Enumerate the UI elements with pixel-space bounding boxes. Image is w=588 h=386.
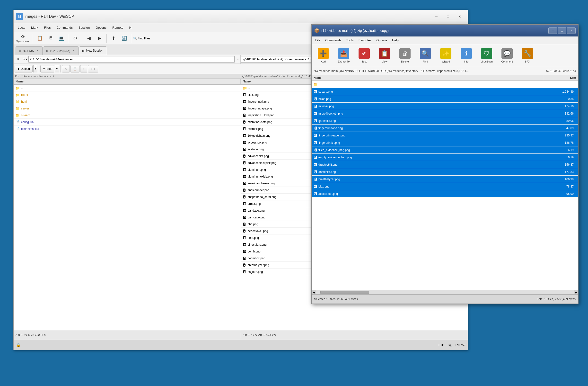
- rar-find-button[interactable]: 🔍 Find: [416, 46, 435, 65]
- winscp-minimize-button[interactable]: ─: [431, 13, 442, 21]
- list-item[interactable]: 📁 html: [14, 98, 241, 105]
- menu-options[interactable]: Options: [93, 25, 109, 30]
- winrar-menu-commands[interactable]: Commands: [323, 38, 344, 43]
- left-delete-button[interactable]: ✕: [62, 65, 70, 72]
- menu-files[interactable]: Files: [41, 25, 53, 30]
- upload-button[interactable]: ⬆ Upload: [15, 65, 33, 72]
- menu-local[interactable]: Local: [15, 25, 28, 30]
- winrar-maximize-button[interactable]: □: [558, 27, 566, 34]
- rar-info-button[interactable]: ℹ Info: [457, 46, 476, 65]
- tab-r14dev[interactable]: 🖥 R14 Dev ✕: [16, 46, 42, 55]
- tb-btn-4[interactable]: 💻: [56, 33, 66, 44]
- rar-virusscan-button[interactable]: 🛡 VirusScan: [477, 46, 496, 65]
- edit-left-dropdown-arrow[interactable]: ▼: [55, 65, 59, 72]
- list-item[interactable]: 📄 fxmanifest.lua: [14, 126, 241, 132]
- list-item[interactable]: 📁 server: [14, 105, 241, 112]
- tb-btn-nav-back[interactable]: ◀: [84, 33, 94, 44]
- tb-btn-5[interactable]: ⚙: [70, 33, 80, 44]
- image-icon: 🖼: [243, 263, 246, 267]
- list-item[interactable]: 🖼 drugtestkit.png 156,87: [312, 161, 578, 168]
- list-item[interactable]: 📁 ..: [312, 81, 578, 88]
- winrar-menu-options[interactable]: Options: [374, 38, 390, 43]
- list-item[interactable]: 📁 ..: [14, 85, 241, 91]
- image-icon: 🖼: [243, 113, 246, 117]
- tb-btn-refresh[interactable]: 🔄: [119, 33, 129, 44]
- info-label: Info: [464, 60, 468, 63]
- left-prop-button[interactable]: 📋: [70, 65, 80, 72]
- tab-r14dev-esx[interactable]: 🖥 R14 Dev (ESX) ✕: [43, 46, 79, 55]
- winrar-status-total: Total 15 files, 2,568,469 bytes: [537, 297, 576, 301]
- list-item[interactable]: 🖼 filled_evidence_bag.png 16,19: [312, 146, 578, 154]
- synchronize-button[interactable]: ⟳ Synchronize: [15, 33, 31, 44]
- image-icon: 🖼: [243, 209, 246, 213]
- local-icon-btn[interactable]: 🖥: [15, 54, 22, 65]
- winscp-title-bar: 🖥 images - R14 Dev - WinSCP ─ □ ✕: [14, 10, 468, 23]
- list-item[interactable]: 📄 config.lua: [14, 119, 241, 126]
- winscp-close-button[interactable]: ✕: [454, 13, 465, 21]
- winrar-menu-help[interactable]: Help: [390, 38, 401, 43]
- toolbar-separator-4: [106, 34, 107, 43]
- tab-new-session[interactable]: 🖥 New Session: [79, 46, 107, 55]
- list-item[interactable]: 📁 client: [14, 91, 241, 98]
- list-item[interactable]: 🖼 fingerprintreader.png 235,97: [312, 132, 578, 139]
- winrar-hscrollbar[interactable]: ◀ ▶: [312, 290, 578, 294]
- list-item[interactable]: 🖼 empty_evidence_bag.png 16,19: [312, 154, 578, 161]
- tab-r14dev-esx-close[interactable]: ✕: [72, 49, 75, 52]
- menu-help[interactable]: H: [126, 25, 134, 30]
- image-icon: 🖼: [243, 134, 246, 138]
- rar-extract-button[interactable]: 📤 Extract To: [334, 46, 354, 65]
- list-item[interactable]: 🖼 fingerprinttape.png 47,09: [312, 125, 578, 132]
- menu-mark[interactable]: Mark: [28, 25, 41, 30]
- winrar-menu-favorites[interactable]: Favorites: [356, 38, 374, 43]
- virusscan-label: VirusScan: [481, 60, 493, 63]
- edit-left-button[interactable]: ✏ Edit: [40, 65, 54, 72]
- menu-commands[interactable]: Commands: [53, 25, 75, 30]
- rar-add-button[interactable]: ➕ Add: [314, 46, 333, 65]
- left-address-input[interactable]: [28, 56, 234, 63]
- tb-btn-up[interactable]: ⬆: [109, 33, 118, 44]
- left-panel-path: C:\...\r14-evidence\r14-evidence\: [14, 74, 241, 79]
- tb-btn-nav-fwd[interactable]: ▶: [95, 33, 105, 44]
- rar-sfx-button[interactable]: 🔧 SFX: [518, 46, 537, 65]
- hscroll-thumb[interactable]: [320, 291, 369, 294]
- list-item[interactable]: 🖼 microfibercloth.png 132,66: [312, 110, 578, 117]
- upload-label: Upload: [21, 67, 30, 70]
- left-addr-dropdown[interactable]: ▼: [235, 54, 240, 65]
- rar-wizard-button[interactable]: ✨ Wizard: [436, 46, 456, 65]
- right-status: 0 B of 17.5 MB in 0 of 272: [243, 334, 466, 337]
- winscp-maximize-button[interactable]: □: [442, 13, 454, 21]
- list-item[interactable]: 🖼 mikrosil.png 174,16: [312, 103, 578, 110]
- folder-icon: 📁: [16, 113, 20, 117]
- winrar-menu-tools[interactable]: Tools: [344, 38, 356, 43]
- list-item[interactable]: 🖼 gsrtestkit.png 89,06: [312, 117, 578, 125]
- rar-view-button[interactable]: 📋 View: [375, 46, 394, 65]
- list-item[interactable]: 🖼 sdcard.png 1,044,49: [312, 88, 578, 95]
- winrar-minimize-button[interactable]: ─: [548, 27, 557, 34]
- list-item[interactable]: 🖼 nikon.png 10,34: [312, 95, 578, 103]
- hscroll-left-btn[interactable]: ◀: [312, 290, 316, 295]
- copy-button[interactable]: ⬆⬇: [88, 65, 98, 72]
- list-item[interactable]: 🖼 breathalyzer.png 106,99: [312, 176, 578, 183]
- winrar-menu-file[interactable]: File: [313, 38, 323, 43]
- list-item[interactable]: 🖼 fingerprintkit.png 186,78: [312, 139, 578, 146]
- winrar-window: 📦 r14-evidence-main (46).zip (evaluation…: [311, 24, 579, 304]
- rar-delete-button[interactable]: 🗑 Delete: [395, 46, 415, 65]
- tb-btn-3[interactable]: 🖥: [46, 33, 55, 44]
- list-item[interactable]: 🖼 blox.png 78,37: [312, 183, 578, 190]
- list-item[interactable]: 📁 stream: [14, 112, 241, 119]
- rar-comment-button[interactable]: 💬 Comment: [497, 46, 517, 65]
- list-item[interactable]: 🖼 dnateskit.png 177,33: [312, 168, 578, 176]
- menu-remote[interactable]: Remote: [109, 25, 126, 30]
- sfx-icon: 🔧: [522, 48, 533, 59]
- tb-btn-2[interactable]: 📋: [35, 33, 45, 44]
- rar-test-button[interactable]: ✔ Test: [354, 46, 374, 65]
- up-icon: ⬆: [112, 36, 115, 41]
- hscroll-right-btn[interactable]: ▶: [574, 290, 578, 295]
- list-item[interactable]: 🖼 accesstool.png 95,90: [312, 190, 578, 198]
- new-left-button[interactable]: +: [80, 65, 87, 72]
- menu-session[interactable]: Session: [76, 25, 93, 30]
- tab-r14dev-close[interactable]: ✕: [36, 49, 39, 52]
- winrar-close-button[interactable]: ✕: [567, 27, 576, 34]
- local-icon: 🖥: [17, 58, 20, 61]
- upload-dropdown-arrow[interactable]: ▼: [33, 65, 37, 72]
